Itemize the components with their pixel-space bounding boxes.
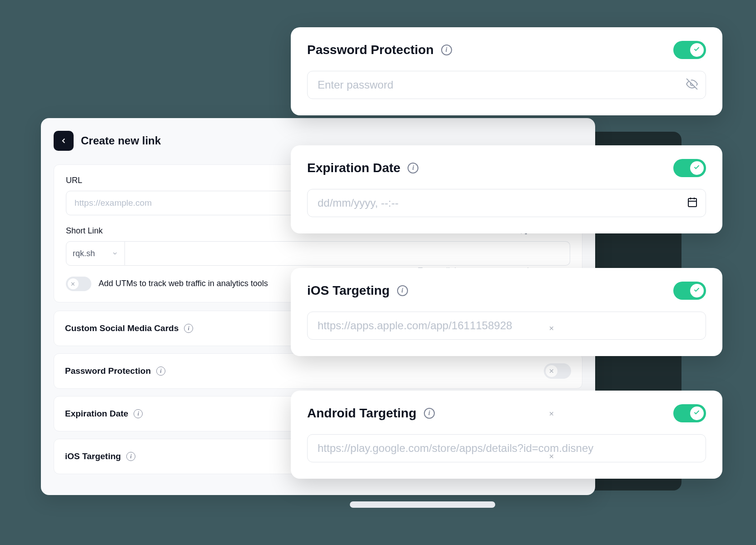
calendar-icon (687, 197, 698, 208)
card-title: iOS Targeting (307, 283, 390, 298)
card-title: Android Targeting (307, 406, 417, 421)
short-link-label: Short Link (66, 226, 103, 236)
toggle-ios-on[interactable] (673, 282, 706, 300)
domain-select[interactable]: rqk.sh (66, 241, 125, 266)
toggle-password-on[interactable] (673, 41, 706, 59)
x-icon: ✕ (549, 367, 554, 375)
password-input[interactable] (307, 71, 706, 99)
x-icon: ✕ (549, 410, 554, 417)
eye-off-icon (686, 78, 698, 90)
android-url-input[interactable] (307, 434, 706, 462)
utm-label: Add UTMs to track web traffic in analyti… (99, 278, 268, 289)
toggle-password[interactable]: ✕ (544, 363, 571, 379)
check-icon (693, 287, 700, 293)
card-android-targeting: Android Targeting (291, 391, 722, 479)
info-icon[interactable] (156, 367, 165, 376)
info-icon[interactable] (397, 285, 408, 296)
toggle-visibility-button[interactable] (686, 78, 698, 92)
toggle-expiry-on[interactable] (673, 159, 706, 177)
option-label: iOS Targeting (65, 451, 121, 461)
svg-rect-4 (688, 198, 696, 207)
skeleton-bar (350, 501, 495, 508)
check-icon (693, 409, 700, 416)
utm-toggle[interactable]: ✕ (66, 277, 91, 291)
chevron-left-icon (60, 137, 68, 145)
card-title: Expiration Date (307, 161, 400, 175)
domain-value: rqk.sh (73, 249, 95, 258)
info-icon[interactable] (184, 324, 193, 333)
option-password: Password Protection ✕ (54, 353, 582, 389)
back-button[interactable] (54, 131, 74, 151)
ios-url-input[interactable] (307, 312, 706, 340)
info-icon[interactable] (134, 409, 143, 418)
option-label: Password Protection (65, 366, 151, 376)
card-title: Password Protection (307, 43, 434, 57)
option-label: Custom Social Media Cards (65, 323, 179, 333)
check-icon (693, 46, 700, 53)
info-icon[interactable] (424, 408, 435, 419)
info-icon[interactable] (126, 452, 135, 461)
chevron-down-icon (112, 250, 118, 257)
card-expiration-date: Expiration Date (291, 145, 722, 233)
info-icon[interactable] (408, 163, 418, 173)
x-icon: ✕ (549, 325, 554, 332)
slug-input[interactable] (125, 241, 570, 266)
option-label: Expiration Date (65, 409, 128, 419)
card-ios-targeting: iOS Targeting (291, 268, 722, 356)
check-icon (693, 164, 700, 171)
panel-title: Create new link (81, 134, 161, 147)
info-icon[interactable] (441, 45, 452, 55)
card-password-protection: Password Protection (291, 27, 722, 115)
expiry-input[interactable] (307, 189, 706, 217)
x-icon: ✕ (70, 281, 75, 287)
toggle-android-on[interactable] (673, 404, 706, 422)
calendar-button[interactable] (687, 197, 698, 209)
x-icon: ✕ (549, 453, 554, 460)
short-link-inputs: rqk.sh (66, 241, 570, 266)
